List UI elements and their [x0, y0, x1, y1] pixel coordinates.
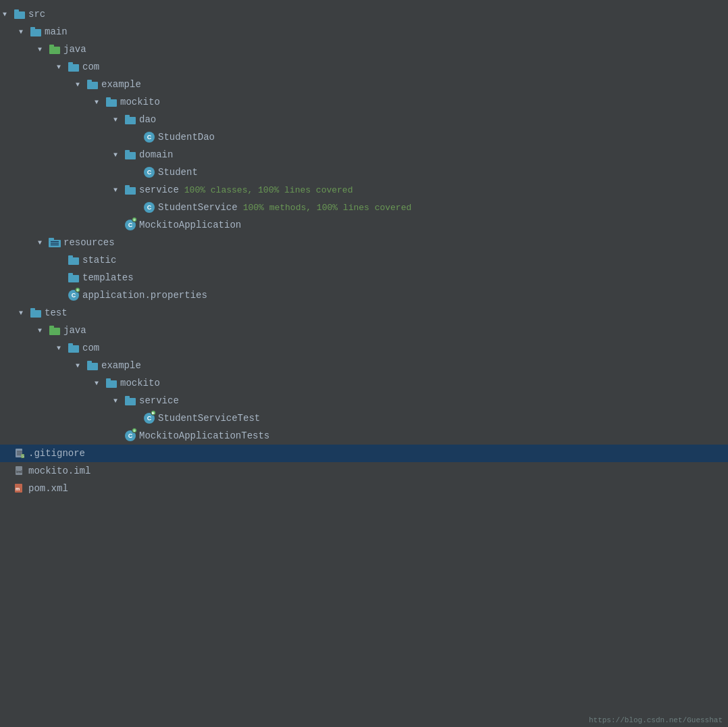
arrow-dao: ▼: [113, 116, 124, 124]
tree-item-domain[interactable]: ▼ domain: [0, 146, 728, 164]
svg-rect-28: [30, 308, 35, 311]
file-tree: ▼ src ▼ main ▼ java ▼ com ▼: [0, 0, 728, 503]
tree-item-resources[interactable]: ▼ resources: [0, 234, 728, 251]
label-service-test: service: [139, 395, 179, 406]
class-icon-studentdao: C: [143, 131, 155, 143]
tree-item-mockitoapplicationtests[interactable]: C ⚙ MockitoApplicationTests: [0, 427, 728, 445]
label-test: test: [45, 307, 68, 318]
tree-item-java-test[interactable]: ▼ java: [0, 322, 728, 339]
label-com-main: com: [82, 61, 99, 72]
arrow-com-main: ▼: [57, 64, 68, 71]
tree-item-pom-xml[interactable]: m pom.xml: [0, 480, 728, 497]
svg-rect-19: [49, 238, 54, 241]
coverage-studentservice: 100% methods, 100% lines covered: [243, 203, 412, 213]
folder-icon-templates: [68, 272, 80, 284]
tree-item-service-test[interactable]: ▼ service: [0, 392, 728, 409]
svg-rect-16: [125, 187, 136, 195]
svg-rect-1: [14, 9, 19, 12]
svg-rect-37: [125, 398, 136, 405]
label-gitignore: .gitignore: [28, 448, 85, 459]
folder-icon-mockito-test: [105, 377, 118, 389]
tree-item-src[interactable]: ▼ src: [0, 5, 728, 23]
tree-item-java-main[interactable]: ▼ java: [0, 41, 728, 58]
tree-item-example-main[interactable]: ▼ example: [0, 76, 728, 93]
folder-icon-service: [124, 184, 136, 196]
label-service: service: [139, 184, 179, 195]
svg-rect-36: [106, 378, 111, 381]
label-java-main: java: [63, 44, 86, 55]
label-studentservicetest: StudentServiceTest: [158, 413, 260, 424]
tree-item-student[interactable]: C Student: [0, 164, 728, 181]
label-pom-xml: pom.xml: [28, 483, 68, 494]
label-example-test: example: [101, 360, 141, 371]
svg-rect-4: [49, 47, 60, 54]
tree-item-service[interactable]: ▼ service 100% classes, 100% lines cover…: [0, 181, 728, 199]
svg-rect-25: [68, 275, 79, 282]
arrow-example-test: ▼: [76, 362, 86, 370]
svg-rect-7: [68, 62, 73, 65]
tree-item-studentservice[interactable]: C StudentService 100% methods, 100% line…: [0, 199, 728, 216]
svg-text:m: m: [16, 486, 20, 491]
svg-rect-34: [87, 361, 92, 364]
tree-item-test[interactable]: ▼ test: [0, 304, 728, 322]
svg-rect-17: [125, 185, 130, 188]
folder-icon-src: [14, 8, 26, 20]
label-mockitoapplication: MockitoApplication: [139, 220, 241, 230]
tree-item-example-test[interactable]: ▼ example: [0, 357, 728, 374]
properties-icon: C ⚙: [68, 289, 80, 301]
label-domain: domain: [139, 149, 173, 160]
folder-icon-com-test: [68, 342, 80, 354]
label-example-main: example: [101, 79, 141, 90]
arrow-src: ▼: [3, 11, 14, 18]
tree-item-templates[interactable]: templates: [0, 269, 728, 286]
tree-item-mockito-test[interactable]: ▼ mockito: [0, 374, 728, 392]
folder-icon-example-main: [86, 78, 99, 91]
folder-icon-java-main: [49, 43, 61, 55]
tree-item-dao[interactable]: ▼ dao: [0, 111, 728, 128]
arrow-service: ▼: [113, 186, 124, 194]
folder-icon-java-test: [49, 324, 61, 336]
label-application-properties: application.properties: [82, 290, 207, 301]
tree-item-static[interactable]: static: [0, 251, 728, 269]
arrow-example-main: ▼: [76, 81, 86, 89]
tree-item-main[interactable]: ▼ main: [0, 23, 728, 41]
svg-rect-5: [49, 45, 54, 47]
gitignore-icon: G: [14, 447, 26, 459]
tree-item-application-properties[interactable]: C ⚙ application.properties: [0, 286, 728, 304]
svg-rect-9: [87, 80, 92, 82]
folder-icon-com-main: [68, 61, 80, 73]
class-icon-mockitoapplication: C ⚙: [124, 219, 136, 231]
label-mockitoapplicationtests: MockitoApplicationTests: [139, 430, 269, 441]
svg-rect-6: [68, 64, 79, 72]
tree-item-studentdao[interactable]: C StudentDao: [0, 128, 728, 146]
svg-text:G: G: [22, 454, 24, 458]
arrow-java-main: ▼: [38, 46, 49, 53]
folder-icon-test: [30, 307, 42, 319]
arrow-test: ▼: [19, 309, 30, 317]
class-icon-student: C: [143, 166, 155, 178]
watermark: https://blog.csdn.net/Guesshat: [583, 713, 728, 727]
svg-text:iml: iml: [16, 470, 22, 474]
svg-rect-10: [106, 99, 117, 107]
tree-item-mockito-iml[interactable]: iml mockito.iml: [0, 462, 728, 480]
svg-rect-29: [49, 328, 60, 335]
tree-item-studentservicetest[interactable]: C ▶ StudentServiceTest: [0, 409, 728, 427]
folder-icon-main: [30, 26, 42, 38]
tree-item-mockitoapplication[interactable]: C ⚙ MockitoApplication: [0, 216, 728, 234]
svg-rect-12: [125, 117, 136, 124]
class-icon-mockitoapplicationtests: C ⚙: [124, 430, 136, 442]
class-icon-studentservicetest: C ▶: [143, 412, 155, 424]
tree-item-com-main[interactable]: ▼ com: [0, 58, 728, 76]
label-resources: resources: [63, 237, 115, 248]
label-src: src: [28, 9, 45, 20]
arrow-mockito-main: ▼: [95, 99, 105, 106]
class-icon-studentservice: C: [143, 201, 155, 214]
iml-icon: iml: [14, 465, 26, 477]
tree-item-com-test[interactable]: ▼ com: [0, 339, 728, 357]
tree-item-gitignore[interactable]: G .gitignore: [0, 445, 728, 462]
svg-rect-8: [87, 82, 98, 89]
label-java-test: java: [63, 325, 86, 336]
label-mockito-test: mockito: [120, 378, 160, 388]
svg-rect-15: [125, 150, 130, 153]
tree-item-mockito-main[interactable]: ▼ mockito: [0, 93, 728, 111]
